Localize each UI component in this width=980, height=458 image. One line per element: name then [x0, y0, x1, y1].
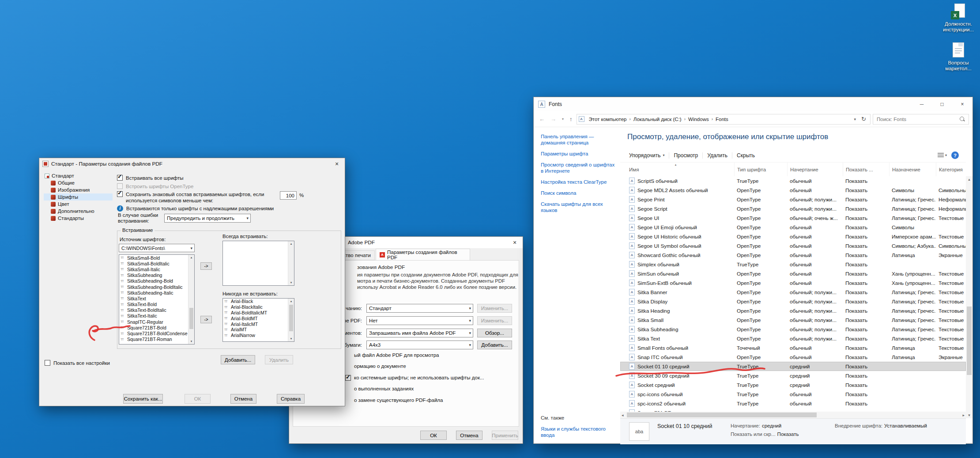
source-font-item[interactable]: SitkaSmall-BoldItalic: [119, 261, 194, 266]
breadcrumb-segment[interactable]: Windows: [686, 117, 712, 122]
column-header[interactable]: Начертание: [787, 163, 843, 176]
apply-button[interactable]: Применить: [492, 431, 518, 440]
toolbar-button-3[interactable]: Удалить: [703, 152, 732, 159]
minimize-button[interactable]: ─: [912, 97, 932, 111]
save-as-button[interactable]: Сохранить как...: [123, 394, 163, 404]
font-row[interactable]: Segoe PrintOpenTypeобычный; полужи...Пок…: [620, 195, 966, 204]
font-row[interactable]: spc-icons2 обычныйTrueTypeобычныйПоказат…: [620, 399, 966, 408]
font-source-list[interactable]: SitkaSmall-BoldSitkaSmall-BoldItalicSitk…: [119, 254, 195, 344]
toolbar-button-1[interactable]: Упорядочить▾: [625, 152, 669, 159]
sidebar-link[interactable]: Настройка текста ClearType: [541, 179, 616, 185]
settings-combobox[interactable]: Нет: [366, 316, 473, 325]
settings-row-button[interactable]: Изменить...: [477, 304, 512, 313]
scroll-up-icon[interactable]: ▴: [191, 256, 192, 259]
scroll-down-icon[interactable]: ▾: [191, 340, 192, 343]
scrollbar-thumb[interactable]: [967, 307, 972, 375]
source-font-item[interactable]: SitkaSmall-Italic: [119, 266, 194, 272]
scroll-down-icon[interactable]: ▾: [290, 281, 292, 284]
font-source-combobox[interactable]: C:\WINDOWS\Fonts\: [119, 244, 195, 252]
refresh-icon[interactable]: ↻: [859, 116, 868, 122]
sidebar-link[interactable]: Панель управления — домашняя страница: [541, 133, 616, 146]
ok-button[interactable]: ОК: [185, 394, 211, 404]
sidebar-link[interactable]: Просмотр сведений о шрифтах в Интернете: [541, 162, 616, 174]
font-row[interactable]: Socket среднийTrueTypeсреднийПоказать: [620, 380, 966, 390]
tree-item-изображения[interactable]: Изображения: [44, 186, 113, 193]
source-font-item[interactable]: Square721BT-BoldCondense: [119, 330, 194, 336]
settings-row-button[interactable]: Обзор...: [477, 329, 512, 337]
scrollbar-thumb[interactable]: [627, 413, 817, 417]
font-row[interactable]: Segoe UI Symbol обычныйOpenTypeобычныйПо…: [620, 241, 966, 250]
tree-item-шрифты[interactable]: Шрифты: [44, 193, 113, 201]
never-font-item[interactable]: ArialMT: [223, 327, 294, 333]
never-font-item[interactable]: Arial-BoldMT: [223, 315, 294, 321]
close-icon[interactable]: ×: [329, 158, 345, 170]
address-dropdown-icon[interactable]: ▾: [852, 117, 859, 121]
never-font-item[interactable]: Arial-BlackItalic: [223, 304, 294, 310]
remove-button[interactable]: Удалить: [265, 355, 293, 364]
source-font-item[interactable]: SitkaText-Italic: [119, 313, 194, 319]
breadcrumb-segment[interactable]: Fonts: [713, 117, 731, 122]
font-row[interactable]: Sitka TextOpenTypeобычный; полужи...Пока…: [620, 334, 966, 343]
pdf-settings-titlebar[interactable]: Стандарт - Параметры создания файлов PDF…: [39, 158, 345, 170]
never-font-item[interactable]: Arial-ItalicMT: [223, 321, 294, 327]
tree-item-общие[interactable]: Общие: [44, 179, 113, 186]
font-row[interactable]: Small Fonts обычныйТочечныйобычныйПоказа…: [620, 343, 966, 352]
font-row[interactable]: spc-icons обычныйTrueTypeобычныйПоказать: [620, 390, 966, 399]
source-font-item[interactable]: SitkaSmall-Bold: [119, 255, 194, 261]
close-icon[interactable]: ×: [507, 237, 523, 248]
font-row[interactable]: Sitka DisplayOpenTypeобычный; полужи...П…: [620, 297, 966, 306]
source-font-item[interactable]: SitkaText-Bold: [119, 302, 194, 307]
settings-combobox[interactable]: A4x3: [366, 341, 473, 349]
never-embed-list[interactable]: Arial-BlackArial-BlackItalicArial-BoldIt…: [222, 298, 294, 342]
font-row[interactable]: Segoe UI Emoji обычныйOpenTypeобычныйПок…: [620, 223, 966, 232]
column-header[interactable]: Категория: [936, 163, 966, 176]
toolbar-button-4[interactable]: Скрыть: [732, 152, 759, 159]
desktop-icon[interactable]: Вопросымаркетол...: [939, 42, 977, 72]
source-font-item[interactable]: SitkaText: [119, 295, 194, 301]
search-input[interactable]: Поиск: Fonts: [873, 114, 969, 125]
tree-item-стандарт[interactable]: Стандарт: [44, 172, 113, 179]
source-font-item[interactable]: SitkaSubheading-BoldItalic: [119, 284, 194, 290]
view-mode-button[interactable]: ▾: [938, 153, 947, 158]
sidebar-link[interactable]: Параметры шрифта: [541, 151, 616, 157]
scrollbar[interactable]: ▴▾: [188, 255, 194, 344]
sidebar-link[interactable]: Скачать шрифты для всех языков: [541, 201, 616, 213]
back-icon[interactable]: ←: [537, 116, 547, 122]
source-font-item[interactable]: SitkaSubheading: [119, 273, 194, 278]
font-row[interactable]: Segoe MDL2 Assets обычныйOpenTypeобычный…: [620, 185, 966, 195]
font-row[interactable]: ScriptS обычныйTrueTypeобычныйПоказать: [620, 176, 966, 185]
option-checkbox[interactable]: [345, 375, 351, 381]
settings-combobox[interactable]: Запрашивать имя файла Adobe PDF: [366, 329, 473, 337]
column-header[interactable]: Назначение: [889, 163, 936, 176]
tree-item-стандарты[interactable]: Стандарты: [44, 215, 113, 222]
scrollbar[interactable]: ▴▾: [288, 299, 294, 341]
desktop-icon[interactable]: XДолжностн.инструкции...: [939, 4, 977, 33]
font-row[interactable]: Socket 30 09 среднийTrueTypeсреднийПоказ…: [620, 371, 966, 380]
scroll-down-icon[interactable]: ▾: [290, 337, 292, 341]
font-row[interactable]: Socket 01 10 среднийTrueTypeсреднийПоказ…: [620, 362, 966, 371]
always-embed-list[interactable]: ▴▾: [222, 241, 294, 286]
cancel-button[interactable]: Отмена: [230, 394, 256, 404]
show-all-settings-checkbox[interactable]: [45, 360, 50, 366]
cancel-button[interactable]: Отмена: [456, 431, 482, 440]
font-row[interactable]: Sitka SmallOpenTypeобычный; полужи...Пок…: [620, 315, 966, 325]
help-button[interactable]: Справка: [277, 394, 305, 404]
settings-row-button[interactable]: Добавить...: [477, 341, 512, 349]
sidebar-link[interactable]: Языки и службы текстового ввода: [541, 426, 616, 438]
close-button[interactable]: ×: [952, 97, 972, 111]
font-row[interactable]: Segoe UI Historic обычныйOpenTypeобычный…: [620, 232, 966, 241]
column-header[interactable]: ▴Имя: [626, 163, 734, 176]
scroll-up-icon[interactable]: ▴: [290, 242, 292, 246]
scroll-right-icon[interactable]: ▸: [962, 413, 965, 417]
font-row[interactable]: Sitka BannerOpenTypeобычный; полужи...По…: [620, 288, 966, 297]
settings-combobox[interactable]: Стандарт: [366, 304, 473, 313]
maximize-button[interactable]: □: [932, 97, 952, 111]
font-row[interactable]: Snap ITC обычныйOpenTypeобычныйПоказатьЛ…: [620, 352, 966, 362]
scroll-down-icon[interactable]: ▾: [968, 413, 970, 417]
breadcrumb-segment[interactable]: Локальный диск (C:): [631, 117, 684, 122]
font-row[interactable]: Sitka SubheadingOpenTypeобычный; полужи.…: [620, 325, 966, 334]
source-font-item[interactable]: SitkaSubheading-Bold: [119, 278, 194, 284]
column-header[interactable]: Показать ...: [843, 163, 889, 176]
embed-error-combobox[interactable]: Предупредить и продолжить: [164, 214, 251, 223]
source-font-item[interactable]: Square721BT-Roman: [119, 337, 194, 342]
